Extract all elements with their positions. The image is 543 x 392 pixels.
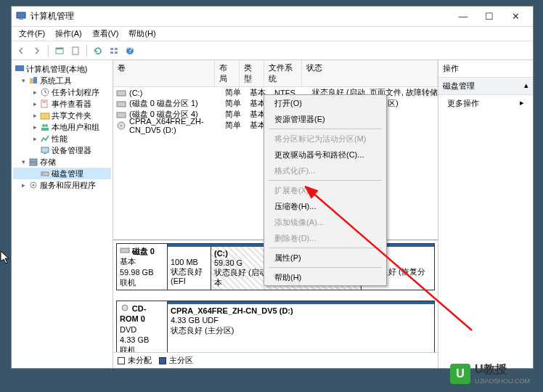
properties-icon[interactable]: [69, 44, 82, 57]
back-icon[interactable]: [15, 44, 28, 57]
ctx-help[interactable]: 帮助(H): [264, 269, 386, 285]
disk-0-header[interactable]: 磁盘 0 基本 59.98 GB 联机: [117, 244, 168, 290]
svg-point-35: [122, 305, 128, 311]
partition-efi[interactable]: 100 MB状态良好 (EFI: [168, 244, 211, 290]
col-type[interactable]: 类型: [240, 60, 264, 86]
watermark-icon: U: [450, 364, 470, 384]
mouse-cursor-icon: [0, 250, 12, 265]
ctx-add-mirror: 添加镜像(A)...: [264, 214, 386, 230]
svg-rect-17: [41, 113, 49, 119]
maximize-button[interactable]: ☐: [476, 9, 502, 25]
ctx-shrink[interactable]: 压缩卷(H)...: [264, 198, 386, 214]
minimize-button[interactable]: —: [450, 9, 476, 25]
tree-task-scheduler[interactable]: ▸任务计划程序: [13, 86, 111, 98]
close-button[interactable]: ✕: [502, 9, 528, 25]
svg-rect-29: [117, 91, 126, 96]
menu-file[interactable]: 文件(F): [16, 28, 48, 39]
menu-action[interactable]: 操作(A): [52, 28, 85, 39]
tree-event-viewer[interactable]: ▸事件查看器: [13, 98, 111, 110]
up-icon[interactable]: [53, 44, 66, 57]
svg-rect-13: [33, 77, 37, 83]
actions-more[interactable]: 更多操作▸: [438, 95, 533, 112]
watermark-brand: U教授: [475, 362, 530, 377]
svg-rect-20: [41, 128, 49, 131]
ctx-mark-active: 将分区标记为活动分区(M): [264, 131, 386, 147]
svg-point-18: [42, 124, 45, 127]
tree-local-users[interactable]: ▸本地用户和组: [13, 121, 111, 133]
svg-rect-12: [30, 78, 33, 83]
legend-primary: 主分区: [159, 355, 193, 366]
ctx-format: 格式化(F)...: [264, 163, 386, 179]
toolbar: ?: [12, 41, 533, 60]
ctx-properties[interactable]: 属性(P): [264, 250, 386, 266]
titlebar: 计算机管理 — ☐ ✕: [12, 7, 533, 27]
context-menu: 打开(O) 资源管理器(E) 将分区标记为活动分区(M) 更改驱动器号和路径(C…: [264, 94, 387, 286]
watermark-url: UJIAOSHOU.COM: [475, 377, 530, 385]
svg-rect-5: [110, 48, 113, 50]
legend: 未分配 主分区: [113, 352, 438, 368]
tree-disk-management[interactable]: 磁盘管理: [13, 168, 111, 179]
menu-help[interactable]: 帮助(H): [126, 28, 158, 39]
svg-rect-11: [15, 65, 24, 71]
view-icon[interactable]: [107, 44, 121, 57]
actions-section[interactable]: 磁盘管理▴: [438, 78, 533, 95]
col-layout[interactable]: 布局: [215, 60, 240, 86]
tree-shared-folders[interactable]: ▸共享文件夹: [13, 110, 111, 121]
svg-rect-16: [43, 102, 46, 102]
legend-unallocated: 未分配: [118, 355, 152, 366]
col-status[interactable]: 状态: [302, 60, 438, 86]
actions-pane: 操作 磁盘管理▴ 更多操作▸: [438, 60, 533, 368]
partition-dvd[interactable]: CPRA_X64FRE_ZH-CN_DV5 (D:)4.33 GB UDF状态良…: [168, 301, 434, 352]
svg-rect-34: [121, 248, 129, 253]
ctx-open[interactable]: 打开(O): [264, 95, 386, 111]
svg-rect-4: [73, 47, 78, 54]
svg-point-26: [42, 173, 44, 175]
app-icon: [16, 12, 26, 22]
svg-rect-22: [44, 153, 46, 154]
help-icon[interactable]: ?: [123, 44, 136, 57]
ctx-change-letter[interactable]: 更改驱动器号和路径(C)...: [264, 147, 386, 163]
svg-point-19: [45, 124, 48, 127]
cdrom-row: CD-ROM 0 DVD 4.33 GB 联机 CPRA_X64FRE_ZH-C…: [116, 301, 435, 352]
ctx-extend: 扩展卷(X)...: [264, 182, 386, 198]
refresh-icon[interactable]: [91, 44, 105, 57]
tree-system-tools[interactable]: ▾系统工具: [13, 75, 111, 86]
svg-rect-23: [30, 159, 37, 162]
collapse-icon: ▴: [524, 81, 528, 91]
svg-rect-31: [117, 113, 126, 118]
col-fs[interactable]: 文件系统: [264, 60, 302, 86]
menubar: 文件(F) 操作(A) 查看(V) 帮助(H): [12, 27, 533, 41]
svg-rect-24: [30, 163, 37, 166]
tree-device-manager[interactable]: 设备管理器: [13, 144, 111, 156]
svg-rect-30: [117, 102, 126, 107]
tree-root[interactable]: 计算机管理(本地): [13, 63, 111, 75]
actions-header: 操作: [438, 60, 533, 78]
svg-rect-3: [56, 48, 63, 49]
nav-tree: 计算机管理(本地) ▾系统工具 ▸任务计划程序 ▸事件查看器 ▸共享文件夹 ▸本…: [12, 60, 113, 368]
chevron-right-icon: ▸: [520, 98, 524, 109]
svg-rect-8: [115, 52, 118, 54]
ctx-explorer[interactable]: 资源管理器(E): [264, 111, 386, 127]
svg-point-28: [33, 184, 35, 187]
svg-rect-1: [19, 19, 23, 20]
svg-rect-0: [17, 12, 25, 18]
svg-rect-21: [41, 147, 49, 152]
cdrom-header[interactable]: CD-ROM 0 DVD 4.33 GB 联机: [117, 301, 168, 352]
tree-performance[interactable]: ▸性能: [13, 133, 111, 144]
svg-rect-6: [115, 48, 118, 50]
forward-icon[interactable]: [30, 44, 44, 57]
tree-services[interactable]: ▸服务和应用程序: [13, 179, 111, 191]
svg-rect-15: [41, 100, 47, 107]
volume-list-header: 卷 布局 类型 文件系统 状态: [113, 60, 438, 87]
watermark: U U教授 UJIAOSHOU.COM: [450, 362, 530, 385]
svg-text:?: ?: [128, 46, 132, 54]
ctx-delete: 删除卷(D)...: [264, 230, 386, 246]
window-title: 计算机管理: [30, 10, 450, 23]
svg-point-33: [121, 125, 122, 126]
col-volume[interactable]: 卷: [113, 60, 215, 86]
menu-view[interactable]: 查看(V): [89, 28, 122, 39]
svg-rect-7: [110, 52, 113, 54]
tree-storage[interactable]: ▾存储: [13, 156, 111, 168]
